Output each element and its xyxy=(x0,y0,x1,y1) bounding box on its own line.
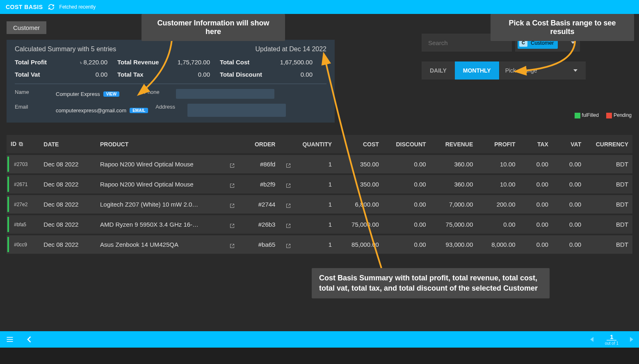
col-discount[interactable]: DISCOUNT xyxy=(383,135,430,154)
cell-product: Logitech Z207 (White) 10 mW 2.0… xyxy=(96,194,223,214)
cell-profit: 10.00 xyxy=(477,154,519,174)
col-profit[interactable]: PROFIT xyxy=(477,135,519,154)
col-product[interactable]: PRODUCT xyxy=(96,135,223,154)
cell-id: #2703 xyxy=(7,154,39,174)
callout-customer-info: Customer Information will show here xyxy=(141,14,285,41)
table-row[interactable]: #2703Dec 08 2022Rapoo N200 Wired Optical… xyxy=(7,154,632,174)
cell-revenue: 7,000.00 xyxy=(430,194,477,214)
product-link-icon[interactable] xyxy=(223,194,242,214)
back-icon[interactable] xyxy=(25,335,34,344)
product-link-icon[interactable] xyxy=(223,154,242,174)
range-picker-label: Pick a range xyxy=(505,67,537,74)
col-revenue[interactable]: REVENUE xyxy=(430,135,477,154)
col-quantity[interactable]: QUANTITY xyxy=(298,135,336,154)
callout-range-hint: Pick a Cost Basis range to see results xyxy=(491,14,634,41)
detail-address-label: Address xyxy=(155,104,184,117)
cell-date: Dec 08 2022 xyxy=(39,194,96,214)
cell-tax: 0.00 xyxy=(520,174,552,194)
legend-pending: Pending xyxy=(614,112,632,118)
cell-qty: 1 xyxy=(298,174,336,194)
cell-tax: 0.00 xyxy=(520,234,552,255)
summary-card: Calculated Summary with 5 entries Update… xyxy=(7,40,335,123)
cell-id: #2671 xyxy=(7,174,39,194)
cell-revenue: 360.00 xyxy=(430,154,477,174)
label-total-revenue: Total Revenue xyxy=(117,59,171,66)
col-cost[interactable]: COST xyxy=(336,135,383,154)
product-link-icon[interactable] xyxy=(223,234,242,255)
range-picker[interactable]: Pick a range xyxy=(500,61,586,80)
table-row[interactable]: #0cc9Dec 08 2022Asus Zenbook 14 UM425QA#… xyxy=(7,234,632,255)
footer-bar: 1 out of 1 xyxy=(0,331,639,348)
label-total-tax: Total Tax xyxy=(117,71,171,78)
cell-profit: 200.00 xyxy=(477,194,519,214)
order-link-icon[interactable] xyxy=(279,194,298,214)
col-id[interactable]: ID ⧉ xyxy=(7,135,39,154)
results-table: ID ⧉ DATE PRODUCT ORDER QUANTITY COST DI… xyxy=(7,135,632,255)
cell-order: #26b3 xyxy=(242,214,280,234)
label-total-discount: Total Discount xyxy=(220,71,273,78)
label-total-cost: Total Cost xyxy=(220,59,273,66)
table-row[interactable]: #bfa5Dec 08 2022AMD Ryzen 9 5950X 3.4 GH… xyxy=(7,214,632,234)
cell-qty: 1 xyxy=(298,154,336,174)
refresh-icon[interactable] xyxy=(48,4,55,10)
pager-prev-icon[interactable] xyxy=(590,337,593,342)
cell-qty: 1 xyxy=(298,194,336,214)
col-vat[interactable]: VAT xyxy=(552,135,585,154)
pager-outof: out of 1 xyxy=(605,341,618,346)
cell-currency: BDT xyxy=(585,174,632,194)
cell-product: Rapoo N200 Wired Optical Mouse xyxy=(96,174,223,194)
col-date[interactable]: DATE xyxy=(39,135,96,154)
order-link-icon[interactable] xyxy=(279,154,298,174)
order-link-icon[interactable] xyxy=(279,234,298,255)
cell-revenue: 360.00 xyxy=(430,174,477,194)
cell-tax: 0.00 xyxy=(520,214,552,234)
seg-monthly[interactable]: MONTHLY xyxy=(455,61,499,80)
chevron-down-icon xyxy=(573,69,577,72)
table-row[interactable]: #2671Dec 08 2022Rapoo N200 Wired Optical… xyxy=(7,174,632,194)
chevron-down-icon xyxy=(571,41,575,44)
col-currency[interactable]: CURRENCY xyxy=(585,135,632,154)
col-tax[interactable]: TAX xyxy=(520,135,552,154)
cell-vat: 0.00 xyxy=(552,234,585,255)
cell-tax: 0.00 xyxy=(520,154,552,174)
cell-vat: 0.00 xyxy=(552,194,585,214)
legend-fulfilled: fulFilled xyxy=(582,112,599,118)
pager-next-icon[interactable] xyxy=(630,337,633,342)
table-header-row: ID ⧉ DATE PRODUCT ORDER QUANTITY COST DI… xyxy=(7,135,632,154)
customer-tag[interactable]: Customer xyxy=(7,21,46,34)
summary-title: Calculated Summary with 5 entries xyxy=(15,46,116,53)
copy-icon: ⧉ xyxy=(19,141,23,147)
menu-icon[interactable] xyxy=(6,335,14,344)
cell-cost: 350.00 xyxy=(336,154,383,174)
value-total-vat: 0.00 xyxy=(68,71,117,78)
cell-order: #ba65 xyxy=(242,234,280,255)
cell-discount: 0.00 xyxy=(383,174,430,194)
cell-vat: 0.00 xyxy=(552,154,585,174)
label-total-profit: Total Profit xyxy=(15,59,68,66)
value-total-profit: 8,220.00 xyxy=(68,59,117,66)
product-link-icon[interactable] xyxy=(223,174,242,194)
cell-currency: BDT xyxy=(585,214,632,234)
cell-discount: 0.00 xyxy=(383,194,430,214)
cell-qty: 1 xyxy=(298,214,336,234)
cell-product: AMD Ryzen 9 5950X 3.4 GHz 16-… xyxy=(96,214,223,234)
address-value-box xyxy=(187,104,286,117)
cell-order: #86fd xyxy=(242,154,280,174)
label-total-vat: Total Vat xyxy=(15,71,68,78)
cell-date: Dec 08 2022 xyxy=(39,234,96,255)
cell-currency: BDT xyxy=(585,194,632,214)
pager-current: 1 xyxy=(607,334,616,341)
cell-currency: BDT xyxy=(585,154,632,174)
table-row[interactable]: #27e2Dec 08 2022Logitech Z207 (White) 10… xyxy=(7,194,632,214)
seg-daily[interactable]: DAILY xyxy=(422,61,455,80)
view-badge[interactable]: VIEW xyxy=(103,91,120,97)
col-order[interactable]: ORDER xyxy=(242,135,280,154)
order-link-icon[interactable] xyxy=(279,214,298,234)
cell-date: Dec 08 2022 xyxy=(39,214,96,234)
order-link-icon[interactable] xyxy=(279,174,298,194)
email-badge[interactable]: EMAIL xyxy=(130,108,148,113)
phone-value-box xyxy=(176,89,274,99)
product-link-icon[interactable] xyxy=(223,214,242,234)
cell-cost: 75,000.00 xyxy=(336,214,383,234)
cell-product: Asus Zenbook 14 UM425QA xyxy=(96,234,223,255)
